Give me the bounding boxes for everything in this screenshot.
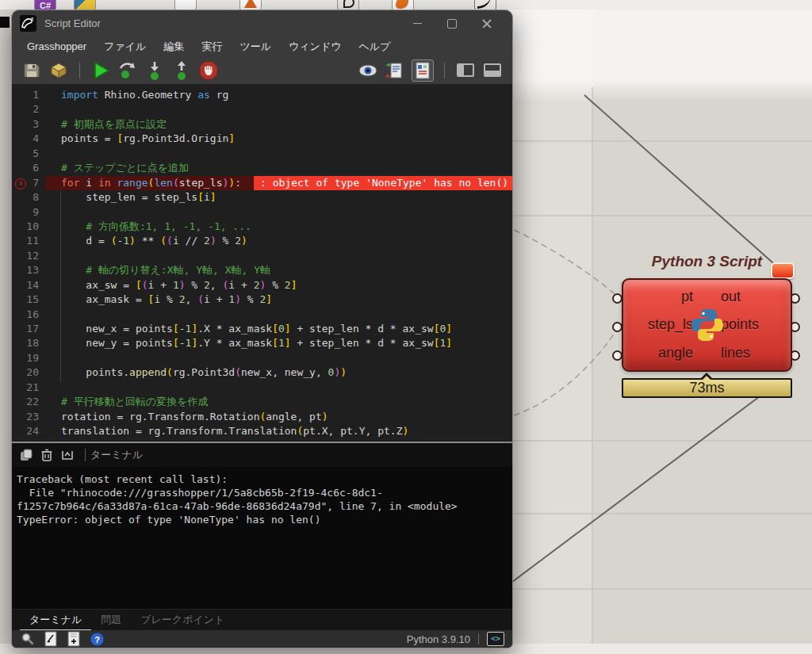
code-line-20[interactable]: 20 points.append(rg.Point3d(new_x, new_y…: [12, 365, 512, 380]
minimize-button[interactable]: [400, 13, 435, 34]
menu-item-6[interactable]: ヘルプ: [350, 40, 400, 54]
component-title: Python 3 Script: [622, 253, 792, 270]
code-text: d = (-1) ** ((i // 2) % 2): [45, 234, 247, 248]
grasshopper-toolbar-strip: C#: [0, 0, 812, 10]
input-port-angle[interactable]: angle: [658, 345, 693, 361]
code-line-19[interactable]: 19: [12, 351, 512, 365]
code-line-24[interactable]: 24translation = rg.Transform.Translation…: [12, 424, 512, 438]
alpha-icon[interactable]: [337, 0, 359, 10]
step-into-icon[interactable]: [144, 60, 165, 81]
statusbar-divider: [478, 633, 479, 644]
menu-item-5[interactable]: ウィンドウ: [280, 40, 350, 54]
step-out-icon[interactable]: [171, 60, 192, 81]
scroll-lock-icon[interactable]: [59, 447, 75, 463]
view16-icon[interactable]: [174, 0, 197, 10]
line-number: 8: [12, 190, 45, 205]
close-button[interactable]: [469, 13, 504, 34]
code-text: [45, 147, 61, 161]
terminal-line: TypeError: object of type 'NoneType' has…: [17, 513, 512, 526]
input-port-pt[interactable]: pt: [681, 289, 693, 305]
layout-split-icon[interactable]: [455, 60, 476, 81]
code-line-22[interactable]: 22# 平行移動と回転の変換を作成: [12, 395, 512, 409]
titlebar[interactable]: 8 Script Editor: [12, 10, 512, 36]
code-line-23[interactable]: 23rotation = rg.Transform.Rotation(angle…: [12, 410, 512, 424]
sync-source-icon[interactable]: [385, 60, 405, 81]
code-line-16[interactable]: 16: [12, 308, 512, 322]
code-text: # 軸の切り替え:X軸, Y軸, X軸, Y軸: [45, 263, 270, 277]
line-number: 20: [12, 365, 45, 380]
open-source-icon[interactable]: [412, 59, 434, 82]
line-number: 1: [12, 88, 45, 102]
search-icon[interactable]: [20, 631, 36, 647]
output-port-out[interactable]: out: [721, 289, 741, 305]
code-line-15[interactable]: 15 ax_mask = [i % 2, (i + 1) % 2]: [12, 293, 512, 307]
line-number: 3: [12, 117, 45, 132]
status-bar: ? Python 3.9.10 <>: [12, 630, 512, 648]
doc-edit-icon[interactable]: [43, 631, 59, 647]
menu-item-4[interactable]: ツール: [231, 40, 280, 54]
tab-0[interactable]: ターミナル: [20, 610, 91, 630]
menu-item-2[interactable]: 編集: [155, 40, 193, 54]
code-line-9[interactable]: 9: [12, 205, 512, 220]
output-port-lines[interactable]: lines: [721, 345, 750, 361]
curve-icon[interactable]: [474, 0, 496, 10]
run-icon[interactable]: [90, 60, 111, 81]
code-line-5[interactable]: 5: [12, 147, 512, 161]
code-line-6[interactable]: 6# ステップごとに点を追加: [12, 161, 512, 175]
code-line-1[interactable]: 1import Rhino.Geometry as rg: [12, 88, 512, 102]
copy-icon[interactable]: [18, 447, 34, 463]
preview-eye-icon[interactable]: [358, 60, 378, 81]
help-icon[interactable]: ?: [89, 631, 105, 647]
csharp-icon[interactable]: C#: [34, 0, 56, 10]
python-icon[interactable]: [74, 0, 96, 10]
code-line-17[interactable]: 17 new_x = points[-1].X * ax_mask[0] + s…: [12, 322, 512, 336]
code-text: translation = rg.Transform.Translation(p…: [45, 424, 408, 438]
code-editor[interactable]: 1import Rhino.Geometry as rg23# 初期点を原点に設…: [12, 84, 512, 442]
line-number: 4: [12, 132, 45, 146]
output-port-points[interactable]: points: [721, 316, 759, 333]
package-icon[interactable]: [48, 60, 69, 81]
stop-icon[interactable]: [198, 60, 219, 81]
line-number: 2: [12, 102, 45, 117]
code-line-11[interactable]: 11 d = (-1) ** ((i // 2) % 2): [12, 234, 512, 248]
step-over-icon[interactable]: [117, 60, 138, 81]
code-text: [45, 351, 61, 365]
line-number: 10: [12, 220, 45, 234]
tab-1[interactable]: 問題: [91, 610, 131, 630]
line-number: 6: [12, 161, 45, 175]
tab-2[interactable]: ブレークポイント: [131, 610, 234, 630]
doc-add-icon[interactable]: [66, 631, 82, 647]
code-line-13[interactable]: 13 # 軸の切り替え:X軸, Y軸, X軸, Y軸: [12, 263, 512, 277]
error-balloon-icon[interactable]: [771, 262, 795, 279]
code-line-2[interactable]: 2: [12, 102, 512, 117]
line-number: 19: [12, 351, 45, 365]
clear-trash-icon[interactable]: [39, 447, 55, 463]
code-line-4[interactable]: 4points = [rg.Point3d.Origin]: [12, 132, 512, 146]
input-port-step_ls[interactable]: step_ls: [648, 316, 693, 333]
menu-item-0[interactable]: Grasshopper: [18, 40, 95, 52]
code-panel-icon[interactable]: <>: [487, 632, 504, 646]
code-line-18[interactable]: 18 new_y = points[-1].Y * ax_mask[1] + s…: [12, 336, 512, 350]
maximize-button[interactable]: [435, 13, 469, 34]
mesh-icon[interactable]: [239, 0, 262, 10]
menu-item-1[interactable]: ファイル: [95, 40, 155, 54]
runtime-value: 73ms: [689, 380, 724, 396]
blob-icon[interactable]: [392, 0, 414, 10]
terminal-line: File "rhinocode:///grasshopper/1/5a8cb65…: [17, 486, 512, 499]
terminal-output[interactable]: Traceback (most recent call last): File …: [12, 467, 512, 609]
save-icon[interactable]: [21, 60, 42, 81]
menu-item-3[interactable]: 実行: [193, 40, 231, 54]
line-number: 5: [12, 147, 45, 161]
python-script-component[interactable]: ptstep_lsangle outpointslines: [622, 278, 792, 372]
code-line-14[interactable]: 14 ax_sw = [(i + 1) % 2, (i + 2) % 2]: [12, 278, 512, 293]
code-line-3[interactable]: 3# 初期点を原点に設定: [12, 117, 512, 132]
code-text: [45, 249, 61, 263]
layout-bottom-icon[interactable]: [482, 60, 503, 81]
code-line-10[interactable]: 10 # 方向係数:1, 1, -1, -1, ...: [12, 220, 512, 234]
code-line-12[interactable]: 12: [12, 249, 512, 263]
code-line-8[interactable]: 8 step_len = step_ls[i]: [12, 190, 512, 205]
code-line-7[interactable]: ×7for i in range(len(step_ls)):: object …: [12, 176, 512, 190]
code-line-21[interactable]: 21: [12, 381, 512, 395]
line-number: 24: [12, 424, 45, 438]
svg-text:?: ?: [94, 634, 100, 644]
